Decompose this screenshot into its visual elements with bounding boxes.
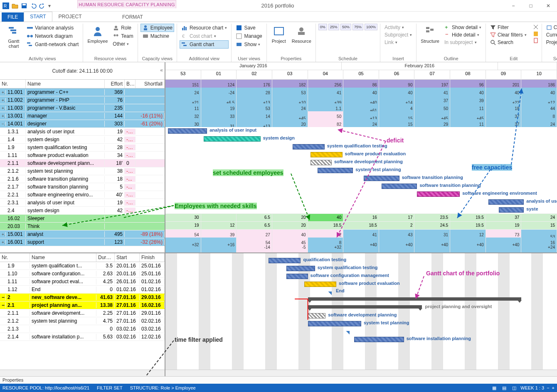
zoom-out-icon[interactable]: − (547, 385, 549, 390)
hscroll-left[interactable] (0, 370, 165, 376)
additional-gantt-button[interactable]: Gantt chart (180, 40, 229, 49)
capacity-row[interactable]: 20.03 Think (0, 223, 165, 230)
cap-machine-button[interactable]: Machine (140, 32, 174, 40)
col-task-name[interactable]: Name (30, 253, 96, 262)
task-row[interactable]: 2.1.4 software installation p... 5.6303.… (0, 333, 165, 341)
col-task-start[interactable]: Start (115, 253, 140, 262)
capacity-row[interactable]: 2.2.1 software engineering enviro... 40'… (0, 191, 165, 199)
task-row[interactable]: 1.9 system qualification t... 3.520.01.1… (0, 262, 165, 270)
capacity-row[interactable]: + 11.002 programmer - PHP 76 (0, 96, 165, 104)
expand-icon[interactable]: + (0, 106, 6, 110)
cap-employee-button[interactable]: Employee (140, 24, 174, 32)
show-detail-button[interactable]: +Show detail (443, 24, 483, 31)
structure-button[interactable]: Structure (419, 24, 441, 44)
manage-view-button[interactable]: Manage (234, 32, 264, 40)
variance-analysis-button[interactable]: Variance analysis (25, 24, 80, 32)
col-shortfall[interactable]: Shortfall (136, 80, 165, 88)
expand-icon[interactable]: − (0, 294, 6, 300)
resource-props-button[interactable]: Resource (290, 24, 313, 44)
expand-icon[interactable]: + (0, 114, 6, 118)
pct-25-button[interactable]: 25% (328, 24, 339, 30)
task-row[interactable]: 1.10 software configuration... 2.6320.01… (0, 270, 165, 278)
role-button[interactable]: Role (111, 24, 135, 32)
capacity-row[interactable]: + 16.001 support 123 -32 (26%) (0, 238, 165, 246)
collapse-icon[interactable]: « (160, 67, 163, 73)
undo-icon[interactable] (30, 2, 37, 9)
capacity-row[interactable]: + 15.001 analyst 495 -89 (18%) (0, 230, 165, 238)
tab-format[interactable]: FORMAT (116, 12, 149, 22)
project-props-button[interactable]: Project (269, 24, 288, 44)
properties-bar[interactable]: Properties (0, 376, 557, 384)
capacity-row[interactable]: 1.9 system qualification testing 28 -28 (0, 144, 165, 152)
capacity-row[interactable]: + 11.003 programmer - V.Basic 235 (0, 104, 165, 112)
expand-icon[interactable]: − (0, 122, 6, 126)
expand-icon[interactable]: − (0, 302, 6, 308)
col-task-dur[interactable]: Dura... (96, 253, 115, 262)
save-view-button[interactable]: Save (234, 24, 264, 32)
task-row[interactable]: − 2 new_software deve... 41.6327.01.1629… (0, 294, 165, 301)
expand-icon[interactable]: + (0, 98, 6, 103)
pct-0-button[interactable]: 0% (318, 24, 327, 30)
tab-file[interactable]: FILE (2, 12, 24, 22)
current-date-button[interactable]: Current date (545, 31, 557, 39)
gantt-network-button[interactable]: Gantt-network chart (25, 40, 80, 49)
tab-start[interactable]: START (24, 12, 52, 22)
capacity-row[interactable]: 1.4 system design 42 -42 (0, 136, 165, 144)
hide-detail-button[interactable]: −Hide detail (443, 31, 483, 39)
task-row[interactable]: − 2.1 project planning an... 13.3827.01.… (0, 301, 165, 309)
hscroll-right[interactable] (165, 370, 557, 376)
task-row[interactable]: 2.1.3 003.02.1603.02.16 (0, 325, 165, 333)
tab-project[interactable]: PROJECT (52, 12, 88, 22)
capacity-row[interactable]: 1.3.1 analysis of user input 19 -19 (0, 128, 165, 136)
col-task-finish[interactable]: Finish (140, 253, 165, 262)
other-button[interactable]: Other (111, 40, 135, 48)
col-effort[interactable]: Effort (105, 80, 125, 88)
col-name[interactable]: Name (26, 80, 105, 88)
task-row[interactable]: 2.1.1 software development... 2.2527.01.… (0, 309, 165, 317)
paste-icon[interactable] (532, 30, 539, 37)
gantt-chart-button[interactable]: Gantt chart (4, 24, 23, 49)
task-row[interactable]: 1.12 End 001.02.1601.02.16 (0, 286, 165, 294)
minimize-button[interactable]: − (505, 0, 522, 12)
capacity-row[interactable]: 2.3.1 analysis of user input 19 -19 (0, 199, 165, 207)
pct-75-button[interactable]: 75% (352, 24, 363, 30)
save-icon[interactable] (21, 2, 27, 9)
view-icon-3[interactable]: ◫ (510, 384, 518, 392)
team-button[interactable]: Team (111, 32, 135, 40)
pct-100-button[interactable]: 100% (365, 24, 377, 30)
show-view-button[interactable]: Show (234, 40, 264, 49)
delete-icon[interactable] (532, 37, 539, 44)
capacity-row[interactable]: 16.02 Sleeper (0, 215, 165, 223)
col-task-nr[interactable]: Nr. (0, 253, 30, 262)
employee-view-button[interactable]: Employee (86, 24, 109, 44)
capacity-row[interactable]: + 13.001 manager 144 -16 (11%) (0, 112, 165, 120)
expand-icon[interactable]: + (0, 90, 6, 95)
capacity-row[interactable]: 2.4 system design 42 -42 (0, 207, 165, 215)
task-row[interactable]: 1.11 software product eval... 4.2526.01.… (0, 278, 165, 286)
maximize-button[interactable]: □ (522, 0, 540, 12)
col-b[interactable]: B... (125, 80, 136, 88)
cut-icon[interactable] (532, 24, 539, 30)
capacity-row[interactable]: 2.1.2 system test planning 38 -38 (0, 167, 165, 175)
capacity-row[interactable]: 2.1.7 software transition planning 5 -..… (0, 183, 165, 191)
open-icon[interactable] (12, 2, 18, 9)
clear-filters-button[interactable]: Clear filters (488, 31, 528, 39)
pct-50-button[interactable]: 50% (340, 24, 351, 30)
capacity-row[interactable]: 2.1.6 software transition planning 18 -.… (0, 175, 165, 183)
filter-button[interactable]: Filter (488, 24, 528, 31)
expand-icon[interactable]: + (0, 240, 6, 245)
view-icon-2[interactable]: ▤ (500, 384, 508, 392)
project-start-button[interactable]: Project start (545, 39, 557, 46)
task-row[interactable]: 2.1.2 system test planning 4.7527.01.160… (0, 317, 165, 325)
close-button[interactable]: ✕ (540, 0, 557, 12)
network-diagram-button[interactable]: Network diagram (25, 32, 80, 40)
zoom-in-icon[interactable]: + (552, 385, 555, 390)
redo-icon[interactable] (39, 2, 46, 9)
capacity-row[interactable]: + 11.001 programmer - C++ 369 (0, 88, 165, 96)
expand-icon[interactable]: + (0, 232, 6, 237)
capacity-row[interactable]: − 14.001 designer 303 -61 (20%) (0, 120, 165, 128)
resource-chart-button[interactable]: Resource chart (180, 24, 229, 32)
col-nr[interactable]: Nr. (0, 80, 26, 88)
cutoff-date-button[interactable]: Cutoff date (545, 24, 557, 31)
capacity-row[interactable]: 2.1.1 software development plann... 18' … (0, 159, 165, 167)
